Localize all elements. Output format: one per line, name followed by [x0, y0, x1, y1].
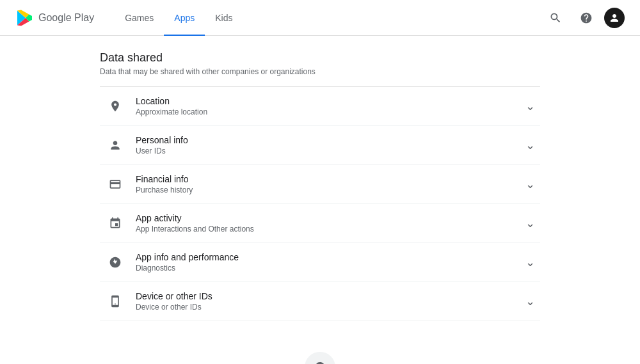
shared-performance-subtitle: Diagnostics [136, 264, 525, 273]
shared-personal-title: Personal info [136, 135, 525, 145]
shared-financial-title: Financial info [136, 174, 525, 184]
shared-performance-row[interactable]: App info and performance Diagnostics ⌄ [100, 243, 540, 282]
app-activity-icon [105, 217, 125, 230]
shared-app-activity-subtitle: App Interactions and Other actions [136, 225, 525, 233]
shared-app-activity-row[interactable]: App activity App Interactions and Other … [100, 204, 540, 243]
shared-device-chevron: ⌄ [525, 294, 535, 308]
shared-performance-chevron: ⌄ [525, 255, 535, 269]
help-button[interactable] [573, 5, 599, 31]
nav-apps[interactable]: Apps [164, 0, 205, 36]
financial-info-icon [105, 178, 125, 191]
header-actions [543, 5, 625, 31]
shared-device-title: Device or other IDs [136, 291, 525, 301]
help-icon [580, 12, 593, 24]
shared-app-activity-chevron: ⌄ [525, 216, 535, 230]
shared-subtitle: Data that may be shared with other compa… [100, 67, 540, 76]
avatar[interactable] [604, 8, 625, 28]
shared-device-subtitle: Device or other IDs [136, 303, 525, 312]
shared-location-content: Location Approximate location [136, 96, 525, 116]
shared-financial-chevron: ⌄ [525, 177, 535, 191]
shared-location-title: Location [136, 96, 525, 106]
shared-location-row[interactable]: Location Approximate location ⌄ [100, 87, 540, 126]
shared-performance-content: App info and performance Diagnostics [136, 252, 525, 273]
shared-device-row[interactable]: Device or other IDs Device or other IDs … [100, 282, 540, 321]
shared-location-subtitle: Approximate location [136, 107, 525, 116]
shared-personal-chevron: ⌄ [525, 138, 535, 152]
search-button[interactable] [543, 5, 568, 31]
nav-kids[interactable]: Kids [205, 0, 243, 36]
google-play-icon [15, 9, 33, 27]
performance-icon [105, 256, 125, 269]
main-nav: Games Apps Kids [115, 0, 243, 36]
avatar-icon [609, 12, 620, 24]
personal-info-icon [105, 139, 125, 152]
shared-financial-subtitle: Purchase history [136, 186, 525, 194]
logo[interactable]: Google Play [15, 9, 94, 27]
main-content: Data shared Data that may be shared with… [90, 36, 550, 364]
shared-personal-content: Personal info User IDs [136, 135, 525, 155]
data-shared-section: Data shared Data that may be shared with… [100, 51, 540, 321]
shared-financial-content: Financial info Purchase history [136, 174, 525, 194]
shared-device-content: Device or other IDs Device or other IDs [136, 291, 525, 312]
shared-personal-subtitle: User IDs [136, 146, 525, 155]
data-collected-section: Data collected Data this app may collect… [100, 342, 540, 364]
shared-performance-title: App info and performance [136, 252, 525, 262]
cloud-icon-wrapper [100, 352, 540, 364]
nav-games[interactable]: Games [115, 0, 164, 36]
shared-personal-row[interactable]: Personal info User IDs ⌄ [100, 126, 540, 165]
device-icon [105, 295, 125, 308]
shared-app-activity-content: App activity App Interactions and Other … [136, 213, 525, 233]
shared-financial-row[interactable]: Financial info Purchase history ⌄ [100, 165, 540, 204]
header: Google Play Games Apps Kids [0, 0, 640, 36]
shared-location-chevron: ⌄ [525, 99, 535, 113]
search-icon [549, 12, 562, 24]
cloud-download-icon [305, 352, 335, 364]
shared-app-activity-title: App activity [136, 213, 525, 223]
shared-title: Data shared [100, 51, 540, 65]
logo-text: Google Play [38, 12, 94, 24]
location-icon [105, 100, 125, 113]
